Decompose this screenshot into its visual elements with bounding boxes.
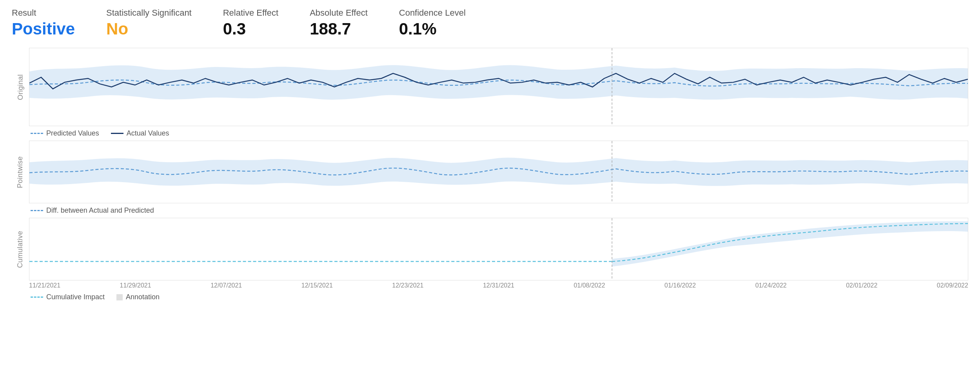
result-metric: Result Positive bbox=[12, 8, 75, 38]
confidence-level-metric: Confidence Level 0.1% bbox=[399, 8, 466, 38]
cumulative-chart-label: Cumulative bbox=[16, 230, 25, 268]
predicted-legend-line bbox=[31, 133, 43, 134]
x-label-1: 11/29/2021 bbox=[120, 282, 151, 289]
x-axis-row: 11/21/2021 11/29/2021 12/07/2021 12/15/2… bbox=[12, 280, 968, 290]
actual-legend-line bbox=[111, 133, 123, 134]
stat-sig-value: No bbox=[106, 20, 192, 38]
x-label-9: 02/01/2022 bbox=[846, 282, 877, 289]
relative-effect-label: Relative Effect bbox=[223, 8, 278, 18]
absolute-effect-label: Absolute Effect bbox=[310, 8, 368, 18]
x-label-7: 01/16/2022 bbox=[664, 282, 696, 289]
x-label-2: 12/07/2021 bbox=[211, 282, 242, 289]
annotation-legend-item: Annotation bbox=[116, 293, 160, 301]
annotation-legend-label: Annotation bbox=[126, 293, 160, 301]
x-label-3: 12/15/2021 bbox=[301, 282, 333, 289]
x-label-10: 02/09/2022 bbox=[937, 282, 968, 289]
cumulative-chart-area bbox=[29, 218, 968, 280]
actual-legend-label: Actual Values bbox=[127, 129, 169, 137]
predicted-legend-label: Predicted Values bbox=[46, 129, 99, 137]
cumulative-chart-row: Cumulative bbox=[12, 218, 968, 280]
stat-sig-metric: Statistically Significant No bbox=[106, 8, 192, 38]
stat-sig-label: Statistically Significant bbox=[106, 8, 192, 18]
x-axis-labels: 11/21/2021 11/29/2021 12/07/2021 12/15/2… bbox=[29, 282, 968, 289]
actual-legend-item: Actual Values bbox=[111, 129, 169, 137]
original-legend: Predicted Values Actual Values bbox=[12, 126, 968, 141]
x-label-0: 11/21/2021 bbox=[29, 282, 60, 289]
cumulative-label-col: Cumulative bbox=[12, 218, 29, 280]
absolute-effect-metric: Absolute Effect 188.7 bbox=[310, 8, 368, 38]
diff-legend-label: Diff. between Actual and Predicted bbox=[46, 206, 154, 215]
confidence-level-label: Confidence Level bbox=[399, 8, 466, 18]
original-chart-label: Original bbox=[16, 74, 25, 100]
relative-effect-metric: Relative Effect 0.3 bbox=[223, 8, 278, 38]
charts-container: Original bbox=[12, 48, 968, 304]
pointwise-label-col: Pointwise bbox=[12, 141, 29, 203]
x-label-5: 12/31/2021 bbox=[483, 282, 514, 289]
original-chart-area bbox=[29, 48, 968, 126]
cumulative-impact-legend-line bbox=[31, 297, 43, 298]
diff-legend-line bbox=[31, 210, 43, 211]
pointwise-legend: Diff. between Actual and Predicted bbox=[12, 203, 968, 218]
result-value: Positive bbox=[12, 20, 75, 38]
absolute-effect-value: 188.7 bbox=[310, 20, 368, 38]
header-metrics: Result Positive Statistically Significan… bbox=[12, 8, 968, 38]
pointwise-chart-row: Pointwise bbox=[12, 141, 968, 203]
x-label-8: 01/24/2022 bbox=[755, 282, 787, 289]
pointwise-chart-svg bbox=[29, 141, 968, 203]
original-chart-svg bbox=[29, 48, 968, 126]
original-chart-row: Original bbox=[12, 48, 968, 126]
pointwise-chart-area bbox=[29, 141, 968, 203]
x-label-6: 01/08/2022 bbox=[573, 282, 605, 289]
diff-legend-item: Diff. between Actual and Predicted bbox=[31, 206, 154, 215]
cumulative-legend: Cumulative Impact Annotation bbox=[12, 290, 968, 304]
cumulative-chart-svg bbox=[29, 218, 968, 280]
x-label-4: 12/23/2021 bbox=[392, 282, 423, 289]
pointwise-chart-label: Pointwise bbox=[16, 156, 25, 188]
relative-effect-value: 0.3 bbox=[223, 20, 278, 38]
annotation-legend-swatch bbox=[116, 294, 123, 300]
original-label-col: Original bbox=[12, 48, 29, 126]
predicted-legend-item: Predicted Values bbox=[31, 129, 99, 137]
result-label: Result bbox=[12, 8, 75, 18]
cumulative-impact-legend-item: Cumulative Impact bbox=[31, 293, 105, 301]
cumulative-impact-legend-label: Cumulative Impact bbox=[46, 293, 105, 301]
confidence-level-value: 0.1% bbox=[399, 20, 466, 38]
